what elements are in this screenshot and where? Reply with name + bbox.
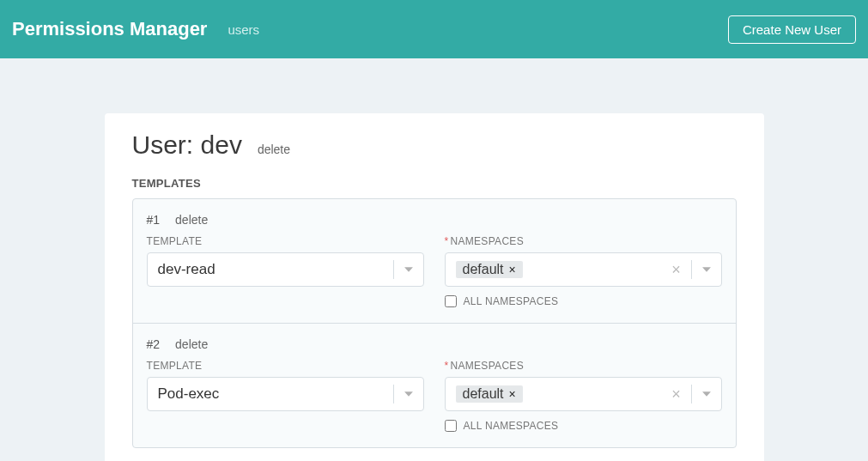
- template-row: #2 delete TEMPLATE Pod-exec: [133, 324, 736, 447]
- user-card: User: dev delete Templates #1 delete TEM…: [105, 113, 764, 461]
- namespaces-field-label: *NAMESPACES: [445, 235, 722, 247]
- namespace-tag: default ×: [456, 261, 523, 278]
- chevron-down-icon[interactable]: [394, 386, 423, 402]
- delete-template-link[interactable]: delete: [175, 337, 208, 351]
- template-field-label: TEMPLATE: [147, 235, 424, 247]
- user-title-row: User: dev delete: [132, 130, 737, 160]
- required-asterisk: *: [445, 235, 449, 247]
- required-asterisk: *: [445, 360, 449, 372]
- all-namespaces-row: ALL NAMESPACES: [445, 420, 722, 432]
- all-namespaces-label[interactable]: ALL NAMESPACES: [464, 420, 559, 432]
- namespaces-select[interactable]: default × ×: [445, 377, 722, 411]
- namespace-tag: default ×: [456, 385, 523, 403]
- chevron-down-icon[interactable]: [692, 386, 721, 402]
- template-row-header: #2 delete: [147, 337, 722, 351]
- template-field-label: TEMPLATE: [147, 360, 424, 372]
- all-namespaces-checkbox[interactable]: [445, 295, 457, 307]
- namespace-tag-label: default: [463, 262, 504, 277]
- template-select-value: dev-read: [148, 261, 393, 278]
- clear-all-icon[interactable]: ×: [662, 262, 691, 277]
- clear-all-icon[interactable]: ×: [662, 386, 691, 402]
- templates-heading: Templates: [132, 177, 737, 190]
- main-content: User: dev delete Templates #1 delete TEM…: [0, 58, 868, 461]
- delete-template-link[interactable]: delete: [175, 213, 208, 227]
- all-namespaces-label[interactable]: ALL NAMESPACES: [464, 295, 559, 307]
- user-title: User: dev: [132, 130, 242, 160]
- namespaces-field: *NAMESPACES default × ×: [445, 360, 722, 432]
- namespaces-field: *NAMESPACES default × ×: [445, 235, 722, 307]
- namespace-tag-label: default: [463, 386, 504, 402]
- template-row: #1 delete TEMPLATE dev-read: [133, 199, 736, 324]
- remove-tag-icon[interactable]: ×: [504, 264, 521, 276]
- namespaces-tags: default ×: [446, 261, 662, 278]
- app-title[interactable]: Permissions Manager: [12, 18, 207, 40]
- template-row-fields: TEMPLATE Pod-exec *NAMESPACES: [147, 360, 722, 432]
- template-row-header: #1 delete: [147, 213, 722, 227]
- create-user-button[interactable]: Create New User: [728, 15, 856, 44]
- all-namespaces-checkbox[interactable]: [445, 420, 457, 432]
- templates-list: #1 delete TEMPLATE dev-read: [132, 198, 737, 448]
- namespaces-field-label: *NAMESPACES: [445, 360, 722, 372]
- template-row-number: #1: [147, 213, 161, 227]
- remove-tag-icon[interactable]: ×: [504, 388, 521, 400]
- all-namespaces-row: ALL NAMESPACES: [445, 295, 722, 307]
- template-row-number: #2: [147, 337, 161, 351]
- app-header: Permissions Manager users Create New Use…: [0, 0, 868, 58]
- chevron-down-icon[interactable]: [692, 262, 721, 277]
- template-select[interactable]: Pod-exec: [147, 377, 424, 411]
- template-field: TEMPLATE dev-read: [147, 235, 424, 307]
- template-field: TEMPLATE Pod-exec: [147, 360, 424, 432]
- namespaces-tags: default ×: [446, 385, 662, 403]
- nav-users-link[interactable]: users: [228, 22, 259, 37]
- template-select-value: Pod-exec: [148, 385, 393, 403]
- delete-user-link[interactable]: delete: [258, 143, 290, 156]
- namespaces-label-text: NAMESPACES: [450, 360, 523, 372]
- template-row-fields: TEMPLATE dev-read *NAMESPACES: [147, 235, 722, 307]
- chevron-down-icon[interactable]: [394, 262, 423, 277]
- namespaces-label-text: NAMESPACES: [450, 235, 523, 247]
- template-select[interactable]: dev-read: [147, 252, 424, 287]
- namespaces-select[interactable]: default × ×: [445, 252, 722, 287]
